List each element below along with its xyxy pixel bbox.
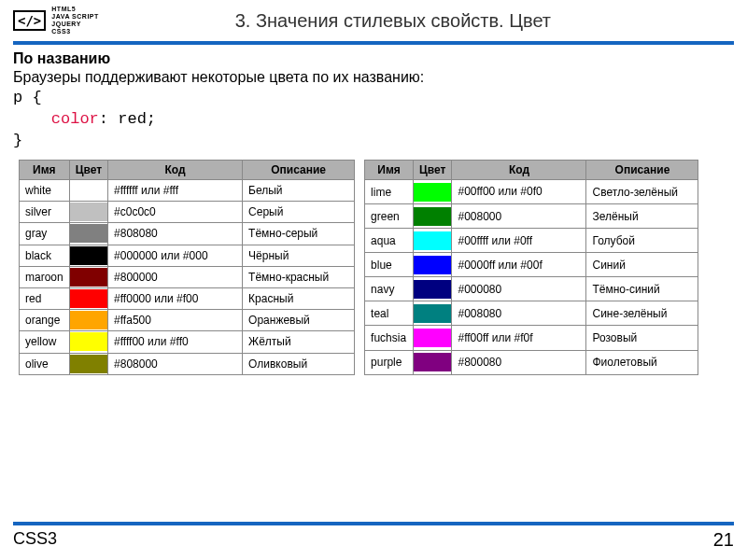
cell-code: #ffff00 или #ff0: [108, 331, 243, 353]
cell-desc: Оранжевый: [243, 310, 355, 331]
cell-desc: Жёлтый: [243, 331, 355, 353]
code-block: p { color: red; }: [13, 88, 734, 152]
cell-swatch: [414, 229, 452, 253]
cell-name: olive: [20, 353, 70, 374]
color-swatch: [70, 224, 107, 243]
cell-swatch: [69, 202, 107, 223]
code-line: p {: [13, 89, 42, 106]
logo-block: </> HTML5 JAVA SCRIPT JQUERY CSS3: [13, 6, 99, 35]
color-swatch: [70, 289, 107, 308]
color-swatch: [414, 207, 451, 226]
table-row: fuchsia#ff00ff или #f0fРозовый: [365, 326, 698, 350]
cell-swatch: [414, 350, 452, 374]
cell-swatch: [69, 353, 107, 374]
table-row: red#ff0000 или #f00Красный: [20, 287, 355, 309]
color-swatch: [70, 268, 107, 287]
table-row: blue#0000ff или #00fСиний: [365, 253, 698, 277]
col-color: Цвет: [414, 161, 452, 180]
color-swatch: [70, 355, 107, 373]
cell-code: #ffa500: [108, 310, 243, 331]
cell-swatch: [69, 331, 107, 353]
col-desc: Описание: [586, 161, 698, 180]
cell-desc: Красный: [243, 287, 355, 309]
cell-name: maroon: [20, 266, 70, 287]
table-row: purple#800080Фиолетовый: [365, 350, 698, 374]
color-swatch: [414, 231, 451, 250]
cell-code: #ff0000 или #f00: [108, 287, 243, 309]
slide-content: По названию Браузеры поддерживают некото…: [0, 45, 747, 375]
color-swatch: [70, 311, 107, 329]
cell-swatch: [69, 223, 107, 245]
code-line: }: [13, 132, 22, 149]
cell-desc: Зелёный: [586, 204, 698, 229]
footer-rule: [13, 522, 734, 525]
code-keyword: color: [51, 110, 99, 128]
cell-name: teal: [365, 301, 414, 326]
cell-code: #c0c0c0: [108, 202, 243, 223]
right-body: lime#00ff00 или #0f0Светло-зелёныйgreen#…: [365, 180, 698, 375]
cell-code: #008000: [452, 204, 586, 229]
cell-desc: Сине-зелёный: [586, 301, 698, 326]
color-swatch: [414, 183, 451, 202]
table-row: orange#ffa500Оранжевый: [20, 310, 355, 331]
cell-name: orange: [20, 310, 70, 331]
table-row: aqua#00ffff или #0ffГолубой: [365, 229, 698, 253]
cell-swatch: [414, 277, 452, 301]
table-row: navy#000080Тёмно-синий: [365, 277, 698, 301]
cell-name: yellow: [20, 331, 70, 353]
table-row: gray#808080Тёмно-серый: [20, 223, 355, 245]
cell-swatch: [414, 180, 452, 204]
cell-desc: Синий: [586, 253, 698, 277]
cell-desc: Тёмно-серый: [243, 223, 355, 245]
cell-swatch: [69, 180, 107, 202]
intro-text: Браузеры поддерживают некоторые цвета по…: [13, 69, 734, 86]
col-desc: Описание: [243, 161, 355, 180]
slide-footer: CSS3 21: [0, 522, 747, 551]
table-row: teal#008080Сине-зелёный: [365, 301, 698, 326]
cell-name: white: [20, 180, 70, 202]
code-icon: </>: [13, 10, 46, 31]
cell-swatch: [69, 310, 107, 331]
cell-name: purple: [365, 350, 414, 374]
col-name: Имя: [20, 161, 70, 180]
color-swatch: [414, 256, 451, 274]
table-row: silver#c0c0c0Серый: [20, 202, 355, 223]
cell-name: blue: [365, 253, 414, 277]
cell-name: fuchsia: [365, 326, 414, 350]
cell-code: #808000: [108, 353, 243, 374]
cell-code: #00ff00 или #0f0: [452, 180, 586, 204]
cell-name: silver: [20, 202, 70, 223]
cell-name: red: [20, 287, 70, 309]
logo-line: HTML5: [51, 6, 99, 13]
slide-title: 3. Значения стилевых свойств. Цвет: [108, 10, 734, 32]
cell-code: #ff00ff или #f0f: [452, 326, 586, 350]
color-swatch: [414, 304, 451, 323]
page-number: 21: [713, 529, 734, 551]
table-row: white#ffffff или #fffБелый: [20, 180, 355, 202]
cell-code: #800080: [452, 350, 586, 374]
cell-swatch: [69, 287, 107, 309]
color-swatch: [70, 203, 107, 221]
color-table-right: Имя Цвет Код Описание lime#00ff00 или #0…: [364, 160, 698, 375]
section-subtitle: По названию: [13, 50, 734, 67]
logo-line: JAVA SCRIPT: [51, 13, 99, 21]
cell-code: #800000: [108, 266, 243, 287]
logo-line: CSS3: [51, 28, 99, 35]
cell-code: #00ffff или #0ff: [452, 229, 586, 253]
table-header-row: Имя Цвет Код Описание: [365, 161, 698, 180]
table-row: lime#00ff00 или #0f0Светло-зелёный: [365, 180, 698, 204]
cell-code: #008080: [452, 301, 586, 326]
cell-code: #0000ff или #00f: [452, 253, 586, 277]
cell-swatch: [414, 301, 452, 326]
cell-desc: Розовый: [586, 326, 698, 350]
cell-swatch: [69, 245, 107, 266]
logo-text-stack: HTML5 JAVA SCRIPT JQUERY CSS3: [51, 6, 99, 35]
cell-desc: Тёмно-синий: [586, 277, 698, 301]
cell-code: #808080: [108, 223, 243, 245]
cell-desc: Голубой: [586, 229, 698, 253]
col-code: Код: [452, 161, 586, 180]
footer-label: CSS3: [13, 529, 57, 551]
cell-name: green: [365, 204, 414, 229]
cell-desc: Белый: [243, 180, 355, 202]
color-swatch: [414, 329, 451, 347]
